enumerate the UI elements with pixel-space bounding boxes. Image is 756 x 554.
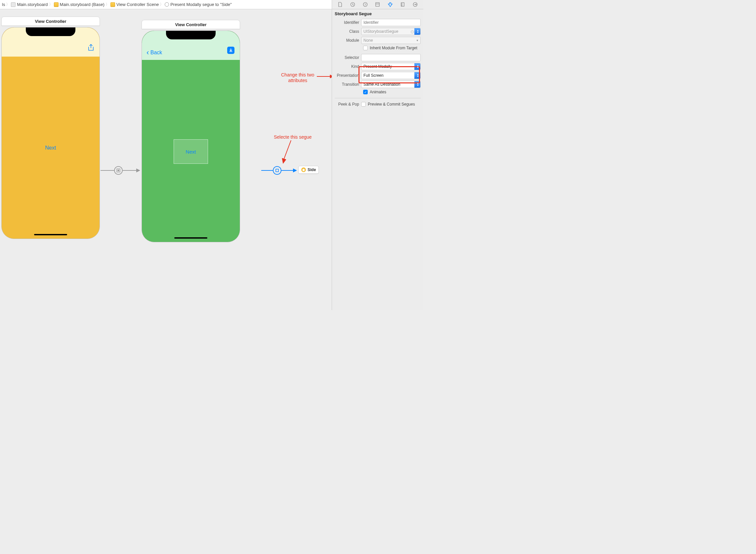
checkbox-icon[interactable] — [363, 46, 368, 50]
inspector-panel: ? Storyboard Segue Identifier Class UISt… — [332, 0, 423, 310]
clear-icon[interactable]: ⊙ — [411, 29, 415, 35]
breadcrumb-item[interactable]: View Controller Scene — [111, 2, 159, 7]
presentation-dropdown[interactable]: Full Screen ▲▼ — [361, 72, 421, 79]
selector-label: Selector — [335, 55, 359, 60]
scene-reference-side[interactable]: ◉ Side — [298, 166, 319, 174]
back-label: Back — [150, 50, 163, 55]
crumb-label: View Controller Scene — [116, 2, 159, 7]
scene-icon — [111, 2, 115, 7]
arrowhead-icon — [293, 168, 297, 172]
connections-inspector-tab-icon[interactable] — [412, 2, 418, 8]
breadcrumb-item[interactable]: Present Modally segue to "Side" — [165, 2, 232, 7]
module-value: None — [364, 38, 373, 43]
breadcrumb-item[interactable]: ls — [2, 2, 5, 7]
section-title: Storyboard Segue — [332, 9, 423, 17]
presentation-value: Full Screen — [364, 73, 384, 78]
transition-value: Same As Destination — [364, 82, 400, 87]
scene-title[interactable]: View Controller — [141, 20, 240, 29]
size-inspector-tab-icon[interactable] — [399, 2, 405, 8]
back-button[interactable]: ‹ Back — [146, 48, 162, 57]
crumb-label: Present Modally segue to "Side" — [170, 2, 232, 7]
module-row: Module None ▼ — [335, 37, 421, 44]
class-value: UIStoryboardSegue — [364, 29, 398, 34]
next-button[interactable]: Next — [45, 145, 56, 151]
animates-row[interactable]: Animates — [335, 90, 421, 94]
next-label: Next — [186, 149, 196, 155]
scene-view-controller-2[interactable]: View Controller ‹ Back Next — [141, 20, 240, 242]
container-view[interactable]: Next — [174, 139, 208, 164]
attributes-inspector-tab-icon[interactable] — [387, 2, 393, 8]
checkbox-icon[interactable] — [361, 102, 366, 107]
annotation-arrow-icon — [281, 140, 294, 164]
chevron-right-icon: 〉 — [160, 2, 164, 7]
help-inspector-tab-icon[interactable]: ? — [362, 2, 368, 8]
side-label: Side — [308, 167, 316, 172]
module-label: Module — [335, 38, 359, 43]
inherit-label: Inherit Module From Target — [370, 46, 417, 50]
class-label: Class — [335, 29, 359, 34]
inspector-body: Identifier Class UIStoryboardSegue ⊙ ▲▼ … — [332, 17, 423, 108]
transition-label: Transition — [335, 82, 359, 87]
svg-marker-6 — [282, 158, 286, 164]
segue-kind-icon — [273, 166, 281, 175]
history-inspector-tab-icon[interactable] — [350, 2, 356, 8]
inherit-module-row[interactable]: Inherit Module From Target — [335, 46, 421, 50]
segue-arrow-1[interactable] — [101, 166, 140, 175]
checkbox-icon[interactable] — [363, 90, 368, 94]
storyboard-file-icon — [11, 2, 15, 7]
crumb-label: ls — [2, 2, 5, 7]
notch — [26, 27, 75, 36]
file-inspector-tab-icon[interactable] — [337, 2, 343, 8]
kind-value: Present Modally — [364, 64, 392, 69]
transition-dropdown[interactable]: Same As Destination ▲▼ — [361, 81, 421, 88]
storyboard-ref-icon: ◉ — [301, 167, 306, 172]
phone-mockup: ‹ Back Next — [141, 31, 240, 242]
identifier-label: Identifier — [335, 20, 359, 25]
home-indicator — [34, 234, 67, 235]
segue-icon — [165, 2, 169, 7]
identifier-field[interactable] — [361, 19, 421, 26]
class-row: Class UIStoryboardSegue ⊙ ▲▼ — [335, 28, 421, 35]
identifier-input[interactable] — [364, 20, 418, 25]
peekpop-check-label: Preview & Commit Segues — [368, 102, 415, 107]
presentation-row: Presentation Full Screen ▲▼ — [335, 72, 421, 79]
transition-row: Transition Same As Destination ▲▼ — [335, 81, 421, 88]
scene-title[interactable]: View Controller — [1, 16, 100, 26]
svg-line-5 — [284, 140, 291, 160]
breadcrumb-item[interactable]: Main.storyboard — [11, 2, 48, 7]
svg-rect-1 — [118, 170, 119, 171]
svg-rect-2 — [276, 169, 278, 172]
chevron-right-icon: 〉 — [106, 2, 110, 7]
home-indicator — [174, 237, 207, 239]
identity-inspector-tab-icon[interactable] — [375, 2, 381, 8]
peekpop-row: Peek & Pop Preview & Commit Segues — [335, 102, 421, 107]
annotation-change-attrs: Change this two attributes — [281, 72, 314, 84]
inspector-tabs: ? — [332, 0, 423, 9]
animates-label: Animates — [370, 90, 386, 94]
notch — [166, 31, 215, 39]
phone-mockup: Next — [1, 27, 100, 239]
storyboard-canvas[interactable]: View Controller Next View Controller ‹ — [0, 9, 332, 310]
download-icon[interactable] — [227, 47, 235, 54]
segue-arrow-selected[interactable] — [261, 166, 297, 175]
kind-row: Kind Present Modally ▲▼ — [335, 63, 421, 70]
class-field[interactable]: UIStoryboardSegue ⊙ ▲▼ — [361, 28, 421, 35]
module-field[interactable]: None ▼ — [361, 37, 421, 44]
svg-rect-10 — [376, 3, 379, 6]
selector-input[interactable] — [364, 55, 418, 60]
crumb-label: Main.storyboard — [17, 2, 48, 7]
annotation-select-segue: Selecte this segue — [274, 134, 312, 140]
share-icon[interactable] — [88, 44, 94, 53]
presentation-label: Presentation — [335, 73, 359, 78]
kind-dropdown[interactable]: Present Modally ▲▼ — [361, 63, 421, 70]
kind-label: Kind — [335, 64, 359, 69]
svg-text:?: ? — [365, 3, 366, 6]
chevron-right-icon: 〉 — [49, 2, 53, 7]
arrowhead-icon — [136, 168, 140, 172]
peekpop-label: Peek & Pop — [335, 102, 359, 107]
identifier-row: Identifier — [335, 19, 421, 26]
selector-field[interactable] — [361, 54, 421, 61]
breadcrumb-item[interactable]: Main.storyboard (Base) — [54, 2, 105, 7]
scene-view-controller-1[interactable]: View Controller Next — [1, 16, 100, 239]
selector-row: Selector — [335, 54, 421, 61]
